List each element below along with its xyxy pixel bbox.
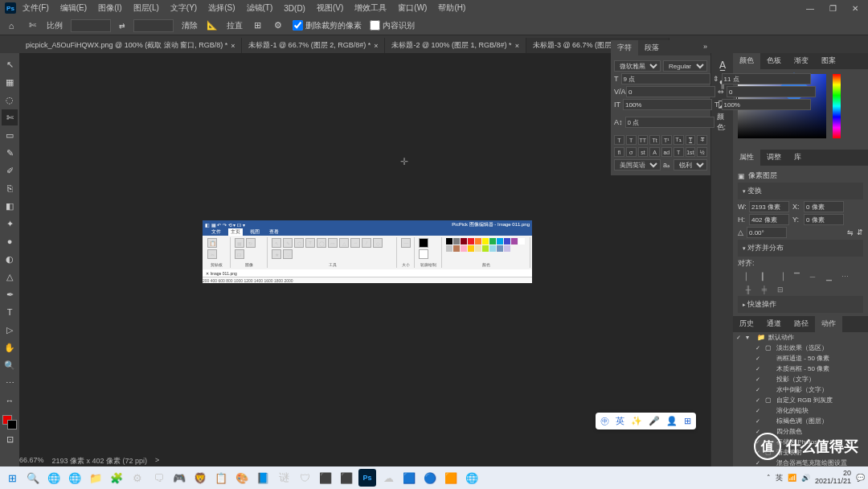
delete-cropped-checkbox[interactable]: 删除裁剪的像素 <box>293 20 362 31</box>
ime-lang[interactable]: 英 <box>616 415 624 427</box>
tab-libraries[interactable]: 库 <box>788 150 808 166</box>
aa-select[interactable]: 锐利 <box>674 159 707 171</box>
font-family-select[interactable]: 微软雅黑 <box>614 60 661 72</box>
color-swatches[interactable] <box>2 415 17 429</box>
taskbar-app[interactable]: 🌐 <box>45 469 63 487</box>
window-close[interactable]: ✕ <box>847 4 863 13</box>
swap-icon[interactable]: ⇄ <box>119 22 125 30</box>
doc-tab[interactable]: 未标题-2 @ 100% (图层 1, RGB/8#) *× <box>385 38 526 53</box>
gradient-tool[interactable]: ◧ <box>2 198 18 214</box>
tab-swatches[interactable]: 色板 <box>760 53 788 69</box>
more-align-icon[interactable]: ⋯ <box>839 272 850 281</box>
tab-properties[interactable]: 属性 <box>733 150 760 166</box>
taskbar-app[interactable]: 🦁 <box>191 469 209 487</box>
lasso-tool[interactable]: ◌ <box>2 92 18 108</box>
align-bottom-icon[interactable]: ▁ <box>823 272 834 281</box>
taskbar-app[interactable]: 🧩 <box>108 469 125 487</box>
ime-wand-icon[interactable]: ✨ <box>631 416 642 426</box>
transform-section[interactable]: 变换 <box>738 183 863 199</box>
align-left-icon[interactable]: ▏ <box>743 272 754 281</box>
taskbar-app[interactable]: ⚙ <box>129 469 146 487</box>
tab-channels[interactable]: 通道 <box>760 316 788 332</box>
quickmask-tool[interactable]: ⊡ <box>2 431 18 447</box>
straighten-icon[interactable]: 📐 <box>206 19 219 32</box>
menu-3d[interactable]: 3D(D) <box>279 2 310 14</box>
x-input[interactable] <box>804 201 844 212</box>
tab-pattern[interactable]: 图案 <box>815 53 842 69</box>
ime-user-icon[interactable]: 👤 <box>666 416 678 426</box>
action-item[interactable]: 淡出效果（选区） <box>776 343 828 352</box>
menu-help[interactable]: 帮助(H) <box>433 1 470 15</box>
angle-input[interactable] <box>747 227 787 238</box>
frame-tool[interactable]: ▭ <box>2 127 18 143</box>
hue-slider[interactable] <box>833 74 841 138</box>
gear-icon[interactable]: ⚙ <box>272 19 285 32</box>
height-input[interactable] <box>749 214 789 225</box>
canvas[interactable]: ✛ ◧ ▦ ↶ ↷ ⟲ ▾ ⊡ ▾ PicPick 图像编辑器 - Image … <box>19 53 710 468</box>
pen-tool[interactable]: △ <box>2 269 18 285</box>
fi-button[interactable]: fi <box>614 147 624 157</box>
taskbar-app[interactable]: 🟦 <box>400 469 418 487</box>
tab-color[interactable]: 颜色 <box>733 53 760 69</box>
align-top-icon[interactable]: ▔ <box>791 272 802 281</box>
kerning-input[interactable] <box>626 86 715 97</box>
dodge-tool[interactable]: ◐ <box>2 251 18 267</box>
blur-tool[interactable]: ● <box>2 233 18 249</box>
taskbar-app[interactable]: ☁ <box>379 469 397 487</box>
tray-sound-icon[interactable]: 🔊 <box>801 474 810 482</box>
dist-v-icon[interactable]: ╪ <box>759 285 770 294</box>
zoom-tool[interactable]: 🔍 <box>2 357 18 373</box>
font-size-input[interactable] <box>621 73 710 84</box>
grid-overlay-icon[interactable]: ⊞ <box>251 19 264 32</box>
taskbar-app[interactable]: 🌐 <box>463 469 481 487</box>
vscale-input[interactable] <box>623 99 712 110</box>
taskbar-app[interactable]: 🟧 <box>442 469 460 487</box>
panel-collapse-icon[interactable]: » <box>700 40 710 55</box>
allcaps-button[interactable]: TT <box>638 135 649 145</box>
width-input[interactable] <box>749 201 789 212</box>
font-style-select[interactable]: Regular <box>663 60 707 72</box>
underline-button[interactable]: T̲ <box>686 135 696 145</box>
background-swatch[interactable] <box>7 420 17 429</box>
system-tray[interactable]: ˄ 英 📶 🔊 20 2021/11/21 💬 <box>767 470 865 486</box>
hand-tool[interactable]: ✋ <box>2 339 18 355</box>
taskbar-app[interactable]: 🗨 <box>149 469 167 487</box>
path-tool[interactable]: ▷ <box>2 322 18 338</box>
align-section[interactable]: 对齐并分布 <box>738 240 863 257</box>
ad-button[interactable]: ad <box>661 147 672 157</box>
t1-button[interactable]: T <box>674 147 684 157</box>
taskbar-app[interactable]: ⬛ <box>338 469 355 487</box>
ime-mic-icon[interactable]: 🎤 <box>649 416 660 426</box>
action-item[interactable]: 投影（文字） <box>776 375 815 384</box>
menu-filter[interactable]: 滤镜(T) <box>242 1 278 15</box>
eyedropper-tool[interactable]: ✎ <box>2 145 18 161</box>
dist-space-icon[interactable]: ⊟ <box>775 285 786 294</box>
zoom-value[interactable]: 66.67% <box>19 456 44 466</box>
window-minimize[interactable]: — <box>802 4 818 13</box>
smallcaps-button[interactable]: Tt <box>649 135 660 145</box>
close-icon[interactable]: × <box>374 42 378 50</box>
flip-h-icon[interactable]: ⇋ <box>847 228 854 236</box>
taskbar-explorer[interactable]: 📁 <box>87 469 104 487</box>
tray-chevron-icon[interactable]: ˄ <box>767 474 771 482</box>
character-panel[interactable]: 字符段落» 微软雅黑Regular T⇕ V/A⇔ ITT A↕颜色: TTTT… <box>611 40 710 175</box>
menu-select[interactable]: 选择(S) <box>203 1 240 15</box>
menu-type[interactable]: 文字(Y) <box>166 1 202 15</box>
edit-toolbar[interactable]: ↔ <box>2 392 18 409</box>
clear-button[interactable]: 清除 <box>182 20 198 31</box>
bold-button[interactable]: T <box>614 135 624 145</box>
taskbar-app[interactable]: 🔵 <box>421 469 439 487</box>
ime-toolbar[interactable]: ㊥ 英 ✨ 🎤 👤 ⊞ <box>596 413 696 429</box>
1st-button[interactable]: 1st <box>686 147 696 157</box>
tab-paths[interactable]: 路径 <box>788 316 815 332</box>
taskbar-search[interactable]: 🔍 <box>24 469 42 487</box>
brush-tool[interactable]: ✐ <box>2 162 18 179</box>
italic-button[interactable]: T <box>626 135 637 145</box>
straighten-label[interactable]: 拉直 <box>227 20 243 31</box>
tray-notifications-icon[interactable]: 💬 <box>856 474 865 482</box>
dist-h-icon[interactable]: ╫ <box>743 285 754 294</box>
action-item[interactable]: 自定义 RGB 到灰度 <box>776 396 833 405</box>
sigma-button[interactable]: σ <box>626 147 637 157</box>
menu-layer[interactable]: 图层(L) <box>129 1 164 15</box>
tray-clock[interactable]: 20 2021/11/21 <box>815 470 851 486</box>
